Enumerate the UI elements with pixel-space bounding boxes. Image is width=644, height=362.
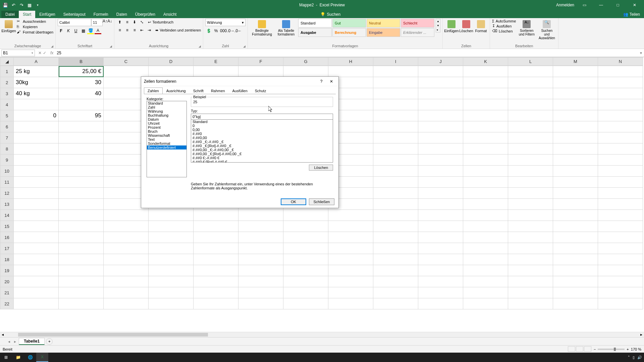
cell-N19[interactable] [598, 265, 643, 276]
expand-formula-bar-icon[interactable]: ▾ [638, 51, 644, 55]
cell-A12[interactable] [14, 188, 59, 199]
dtab-schrift[interactable]: Schrift [190, 87, 207, 94]
cell-F20[interactable] [238, 276, 283, 287]
cell-N20[interactable] [598, 276, 643, 287]
cell-N16[interactable] [598, 232, 643, 243]
zoom-out-icon[interactable]: − [594, 347, 596, 351]
cell-M10[interactable] [553, 166, 598, 177]
align-middle-icon[interactable]: ≡ [124, 19, 130, 25]
copy-button[interactable]: ⎘Kopieren [17, 24, 53, 29]
category-item[interactable]: Datum [147, 117, 186, 121]
cell-A2[interactable]: 30kg [14, 77, 59, 88]
cell-H22[interactable] [328, 298, 373, 309]
cell-C16[interactable] [104, 232, 149, 243]
style-schlecht[interactable]: Schlecht [401, 19, 434, 27]
tab-review[interactable]: Überprüfen [131, 11, 159, 18]
cell-E20[interactable] [194, 276, 238, 287]
cell-I3[interactable] [373, 88, 418, 99]
cell-B5[interactable]: 95 [59, 110, 104, 121]
cell-N1[interactable] [598, 66, 643, 77]
cell-H14[interactable] [328, 210, 373, 221]
cell-L6[interactable] [508, 121, 553, 132]
cell-G22[interactable] [283, 298, 328, 309]
cell-A15[interactable] [14, 221, 59, 232]
tab-data[interactable]: Daten [112, 11, 131, 18]
row-header[interactable]: 13 [0, 199, 14, 210]
row-header[interactable]: 2 [0, 77, 14, 88]
add-sheet-button[interactable]: + [46, 338, 53, 345]
cell-E17[interactable] [194, 243, 238, 254]
cell-M1[interactable] [553, 66, 598, 77]
cell-H18[interactable] [328, 254, 373, 265]
style-standard[interactable]: Standard [298, 19, 332, 27]
delete-cells-button[interactable]: Löschen [460, 19, 473, 34]
sort-filter-button[interactable]: A↓Sortieren und Filtern [517, 19, 536, 38]
category-item[interactable]: Zahl [147, 105, 186, 109]
category-item[interactable]: Benutzerdefiniert [147, 145, 186, 149]
cell-I21[interactable] [373, 287, 418, 298]
cell-I17[interactable] [373, 243, 418, 254]
cell-F14[interactable] [238, 210, 283, 221]
cell-J21[interactable] [418, 287, 463, 298]
cell-N18[interactable] [598, 254, 643, 265]
paste-button[interactable]: Einfügen [2, 19, 15, 34]
cell-J15[interactable] [418, 221, 463, 232]
horizontal-scrollbar[interactable]: ◂ ▸ [0, 332, 644, 337]
cell-I19[interactable] [373, 265, 418, 276]
cell-J22[interactable] [418, 298, 463, 309]
cell-F1[interactable] [238, 66, 283, 77]
row-header[interactable]: 11 [0, 177, 14, 188]
cell-L11[interactable] [508, 177, 553, 188]
cell-A20[interactable] [14, 276, 59, 287]
cell-C18[interactable] [104, 254, 149, 265]
cell-G1[interactable] [283, 66, 328, 77]
cell-B10[interactable] [59, 166, 104, 177]
cell-I7[interactable] [373, 132, 418, 143]
cell-K8[interactable] [463, 143, 508, 155]
cell-G20[interactable] [283, 276, 328, 287]
cell-N2[interactable] [598, 77, 643, 88]
formula-input[interactable]: 25 [55, 51, 638, 55]
column-header[interactable]: D [149, 58, 194, 66]
enter-edit-icon[interactable]: ✓ [43, 51, 46, 55]
format-list-item[interactable]: #.##0 €;-#.##0 € [191, 156, 333, 160]
save-icon[interactable]: 💾 [3, 2, 8, 8]
cell-N13[interactable] [598, 199, 643, 210]
thousands-icon[interactable]: 000 [220, 27, 227, 34]
column-header[interactable]: F [238, 58, 283, 66]
cell-B12[interactable] [59, 188, 104, 199]
cell-K11[interactable] [463, 177, 508, 188]
cell-I20[interactable] [373, 276, 418, 287]
cell-B8[interactable] [59, 143, 104, 155]
touch-mode-icon[interactable]: ▦ [27, 2, 32, 8]
column-header[interactable]: K [463, 58, 508, 66]
cell-N9[interactable] [598, 155, 643, 166]
style-berechnung[interactable]: Berechnung [332, 28, 366, 37]
cell-A9[interactable] [14, 155, 59, 166]
cell-E16[interactable] [194, 232, 238, 243]
format-list[interactable]: Standard00,00#.##0#.##0,00#.##0 _€;-#.##… [191, 120, 333, 163]
gallery-down-icon[interactable]: ▼ [436, 23, 440, 28]
cell-B18[interactable] [59, 254, 104, 265]
cell-K5[interactable] [463, 110, 508, 121]
sheet-tab[interactable]: Tabelle1 [19, 338, 45, 345]
share-button[interactable]: 👥 Teilen [619, 11, 644, 18]
cell-J1[interactable] [418, 66, 463, 77]
style-ausgabe[interactable]: Ausgabe [298, 28, 332, 37]
cell-N3[interactable] [598, 88, 643, 99]
cell-D17[interactable] [149, 243, 194, 254]
cell-A6[interactable] [14, 121, 59, 132]
dialog-launcher-icon[interactable]: ◢ [199, 45, 201, 48]
cell-D15[interactable] [149, 221, 194, 232]
row-header[interactable]: 1 [0, 66, 14, 77]
cell-A5[interactable]: 0 [14, 110, 59, 121]
fill-button[interactable]: ↧Ausfüllen [492, 23, 516, 28]
row-header[interactable]: 20 [0, 276, 14, 287]
cell-D21[interactable] [149, 287, 194, 298]
cell-L13[interactable] [508, 199, 553, 210]
cell-E22[interactable] [194, 298, 238, 309]
tab-view[interactable]: Ansicht [159, 11, 180, 18]
cell-K2[interactable] [463, 77, 508, 88]
cut-button[interactable]: ✂Ausschneiden [17, 19, 53, 24]
italic-button[interactable]: K [65, 27, 72, 34]
